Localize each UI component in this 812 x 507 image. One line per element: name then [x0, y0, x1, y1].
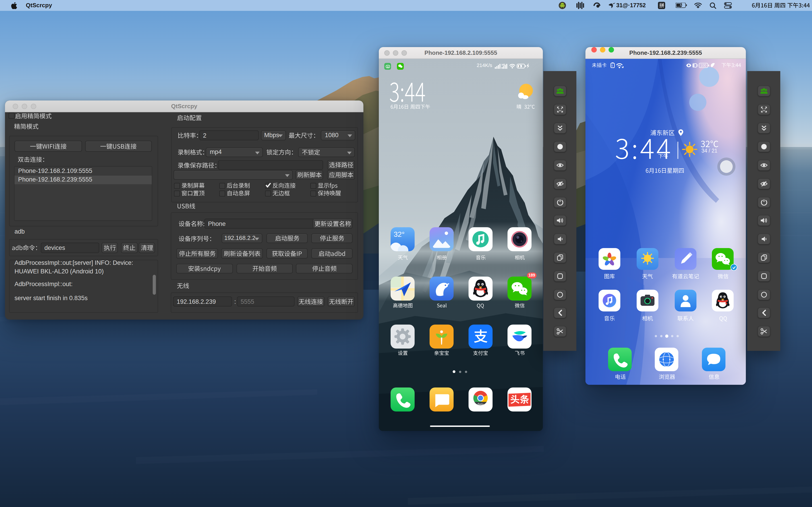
- svg-text:100: 100: [700, 64, 706, 67]
- svg-text:3: 3: [519, 65, 520, 68]
- svg-text:32°: 32°: [394, 230, 405, 238]
- svg-text:!: !: [611, 64, 613, 67]
- svg-text:HD: HD: [502, 63, 505, 66]
